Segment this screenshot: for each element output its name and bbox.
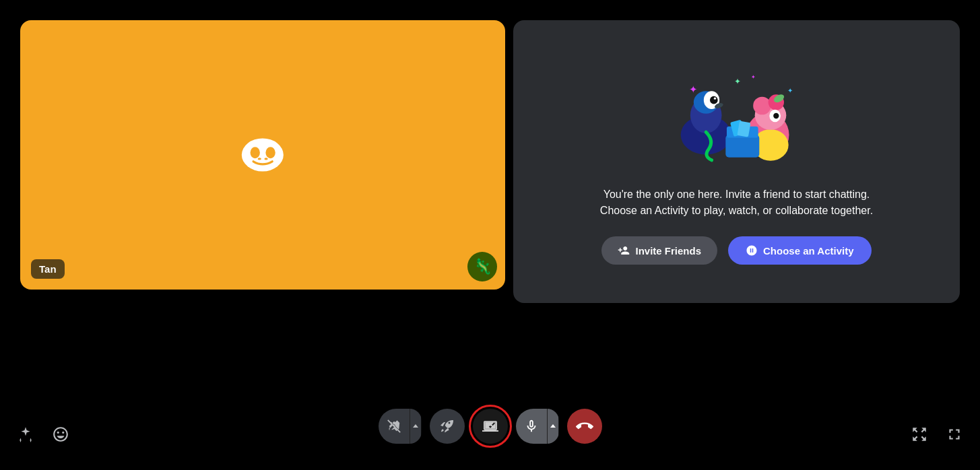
screen-share-icon: [482, 418, 498, 434]
expand-button[interactable]: [907, 422, 932, 446]
action-buttons: Invite Friends Choose an Activity: [601, 236, 871, 265]
emoji-button[interactable]: [48, 422, 73, 446]
toolbar-left: [13, 422, 73, 446]
svg-text:✦: ✦: [733, 77, 740, 86]
expand-icon: [911, 426, 928, 443]
camera-off-icon: [387, 419, 401, 434]
svg-point-15: [753, 97, 771, 115]
avatar-badge: 🦎: [467, 252, 497, 281]
sparkle-icon: [17, 426, 34, 443]
rocket-icon: [746, 244, 758, 257]
mic-icon: [524, 419, 539, 434]
svg-text:✦: ✦: [750, 73, 755, 80]
activity-rocket-button[interactable]: [430, 409, 465, 444]
chevron-up-mic-icon: [550, 423, 556, 430]
svg-text:✦: ✦: [787, 87, 793, 94]
svg-rect-20: [725, 135, 759, 157]
info-description: You're the only one here. Invite a frien…: [600, 187, 873, 219]
avatar-emoji: 🦎: [473, 258, 492, 275]
camera-toggle-arrow[interactable]: [410, 409, 422, 444]
fullscreen-button[interactable]: [942, 422, 967, 446]
mic-button-group: [516, 409, 559, 444]
toolbar: [0, 389, 980, 470]
rocket-launch-icon: [439, 418, 455, 434]
choose-activity-button[interactable]: Choose an Activity: [728, 236, 871, 265]
svg-point-10: [713, 98, 715, 100]
discord-logo: [236, 135, 290, 175]
person-add-icon: [618, 244, 630, 257]
end-call-icon: [576, 417, 593, 435]
mic-toggle-arrow[interactable]: [547, 409, 559, 444]
info-panel: ✦ ✦ ✦ ✦ You're the only one here. Invite…: [513, 20, 960, 303]
chevron-up-icon: [412, 423, 419, 430]
svg-point-2: [265, 147, 275, 158]
svg-point-3: [258, 158, 261, 160]
user-name-badge: Tan: [31, 259, 65, 279]
svg-point-0: [242, 139, 284, 172]
toolbar-right: [907, 422, 967, 446]
video-tile: Tan 🦎: [20, 20, 505, 290]
illustration: ✦ ✦ ✦ ✦: [649, 52, 824, 173]
emoji-effects-button[interactable]: [13, 422, 38, 446]
svg-point-4: [264, 158, 267, 160]
smiley-icon: [52, 426, 69, 443]
fullscreen-icon: [946, 426, 963, 443]
toolbar-center: [379, 409, 602, 444]
screen-share-button[interactable]: [473, 409, 508, 444]
end-call-button[interactable]: [567, 409, 602, 444]
svg-point-9: [710, 96, 718, 104]
svg-point-1: [251, 147, 260, 158]
camera-button-group: [379, 409, 422, 444]
svg-text:✦: ✦: [689, 83, 698, 95]
invite-friends-button[interactable]: Invite Friends: [601, 236, 717, 265]
mic-toggle-button[interactable]: [516, 409, 547, 444]
svg-point-19: [773, 113, 779, 119]
camera-toggle-button[interactable]: [379, 409, 410, 444]
